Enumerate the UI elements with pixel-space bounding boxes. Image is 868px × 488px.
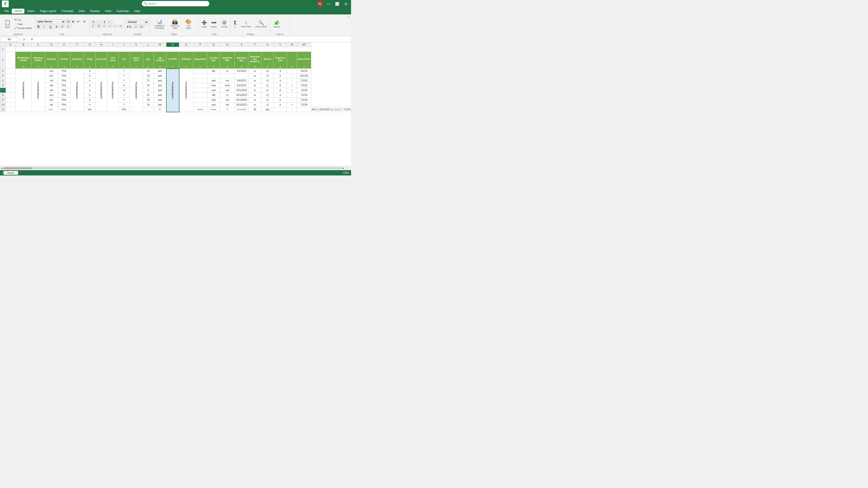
r6w[interactable]: + (287, 83, 297, 88)
r7d[interactable]: efa (45, 88, 58, 93)
header-laboratory[interactable]: Laboratory ▼ (70, 52, 84, 69)
r5u[interactable]: 11 (261, 78, 274, 83)
r11j[interactable]: f (220, 107, 235, 112)
header-identification-number[interactable]: Identification number ▼ (16, 52, 32, 69)
conf-location[interactable]: CONFIDENTIAL (166, 69, 179, 112)
r4af[interactable]: 24/1/20 (297, 73, 311, 78)
r7t[interactable]: ur (248, 88, 261, 93)
r4g[interactable]: h (84, 73, 96, 78)
r8p[interactable] (193, 93, 207, 98)
r9t[interactable]: ur (248, 98, 261, 102)
fill-color-button[interactable]: A (61, 25, 66, 28)
row-header-1[interactable]: 1 (0, 47, 6, 52)
align-top-button[interactable]: ⬆ (91, 20, 96, 24)
r7u[interactable]: 11 (261, 88, 274, 93)
r4q[interactable] (207, 73, 220, 78)
r10t[interactable]: ur (248, 102, 261, 107)
col-header-g[interactable]: G (84, 43, 96, 47)
col-header-m[interactable]: M (154, 43, 166, 47)
menu-review[interactable]: Review (88, 9, 102, 13)
r11q[interactable]: 4M (311, 107, 316, 112)
header-last-name[interactable]: Last name ▼ (96, 52, 107, 69)
col-header-e[interactable]: E (58, 43, 70, 47)
r5j[interactable]: f (119, 78, 130, 83)
col-header-t[interactable]: T (248, 43, 261, 47)
add-sheet-button[interactable]: + (2, 171, 4, 174)
header-reason[interactable]: Reason ▼ (261, 52, 274, 69)
r9s[interactable]: 20/1/2023 (235, 98, 248, 102)
r3e[interactable]: PHL (58, 69, 70, 73)
r4j[interactable]: f (119, 73, 130, 78)
col-header-v[interactable]: V (274, 43, 287, 47)
r6g[interactable]: h (84, 83, 96, 88)
r11s[interactable]: 20/1/2023 (319, 107, 331, 112)
r6t[interactable]: ur (248, 83, 261, 88)
cell-styles-button[interactable]: 🎨 Cell Styles (183, 17, 194, 31)
r9a[interactable] (6, 98, 16, 102)
r3w[interactable]: - (287, 69, 297, 73)
r8s[interactable]: 20/1/2023 (235, 93, 248, 98)
r5w[interactable]: - (287, 78, 297, 83)
r10a[interactable] (6, 102, 16, 107)
r11r[interactable]: in (316, 107, 319, 112)
r10u[interactable]: 11 (261, 102, 274, 107)
r4u[interactable]: 11 (261, 73, 274, 78)
r7g[interactable]: h (84, 88, 96, 93)
header-col-w[interactable]: ▼ (287, 52, 297, 69)
col-header-f[interactable]: F (70, 43, 84, 47)
row-header-7[interactable]: 7 (0, 88, 6, 93)
r3g[interactable]: h (84, 69, 96, 73)
scroll-left-button[interactable]: ◂ (1, 167, 2, 169)
r11k[interactable]: 1x/11/2023 (235, 107, 248, 112)
menu-home[interactable]: Home (12, 9, 24, 13)
col-header-q[interactable]: Q (207, 43, 220, 47)
r1a[interactable] (6, 47, 16, 52)
bold-button[interactable]: B (36, 25, 42, 29)
font-size-select[interactable]: 11 (66, 19, 75, 24)
col-header-l[interactable]: L (143, 43, 154, 47)
scroll-right-button[interactable]: ▸ (343, 167, 344, 169)
align-center-button[interactable]: ☰ (97, 24, 101, 28)
header-dob[interactable]: Date of birth ▼ (130, 52, 143, 69)
r9l[interactable]: 29 (143, 98, 154, 102)
decrease-decimal-button[interactable]: .0 (133, 25, 138, 28)
horizontal-scrollbar[interactable] (3, 167, 342, 169)
header-sex[interactable]: Sex ▼ (119, 52, 130, 69)
r3u[interactable]: 11 (261, 69, 274, 73)
r11c[interactable]: l/BC5... (58, 107, 70, 112)
r9g[interactable]: h (84, 98, 96, 102)
r11l[interactable]: 59 (248, 107, 261, 112)
r8u[interactable]: 11 (261, 93, 274, 98)
menu-data[interactable]: Data (76, 9, 87, 13)
r10w[interactable]: + (287, 102, 297, 107)
col-header-w[interactable]: W (287, 43, 297, 47)
border-button[interactable]: ⊞ (55, 25, 60, 28)
r8r[interactable]: in (220, 93, 235, 98)
col-header-h[interactable]: H (96, 43, 107, 47)
r9w[interactable]: - (287, 98, 297, 102)
r8af[interactable]: 7/2/20 (297, 93, 311, 98)
r10p[interactable] (193, 102, 207, 107)
header-origin[interactable]: Origin ▼ (84, 52, 96, 69)
header-first-name[interactable]: First name ▼ (107, 52, 119, 69)
formula-input[interactable] (30, 37, 350, 42)
header-department[interactable]: Department ▼ (193, 52, 207, 69)
r8j[interactable]: f (119, 93, 130, 98)
r11w[interactable]: + (340, 107, 343, 112)
r8w[interactable]: - (287, 93, 297, 98)
conf-laboratory[interactable]: CONFIDENTIAL (70, 69, 84, 112)
row-header-6[interactable]: 6 (0, 83, 6, 88)
r9u[interactable]: 11 (261, 98, 274, 102)
r11a[interactable] (6, 107, 16, 112)
r6u[interactable]: 11 (261, 83, 274, 88)
increase-decimal-button[interactable]: .00 (138, 25, 144, 28)
col-header-c[interactable]: C (32, 43, 45, 47)
r10s[interactable]: 20/1/2023 (235, 102, 248, 107)
conf-id-number[interactable]: CONFIDENTIAL (16, 69, 32, 112)
r4e[interactable]: PHL (58, 73, 70, 78)
row-header-4[interactable]: 4 (0, 73, 6, 78)
r6l[interactable]: 34 (143, 83, 154, 88)
r8g[interactable]: h (84, 93, 96, 98)
cell-reference-input[interactable] (1, 37, 18, 42)
r11i[interactable]: Santos (207, 107, 220, 112)
